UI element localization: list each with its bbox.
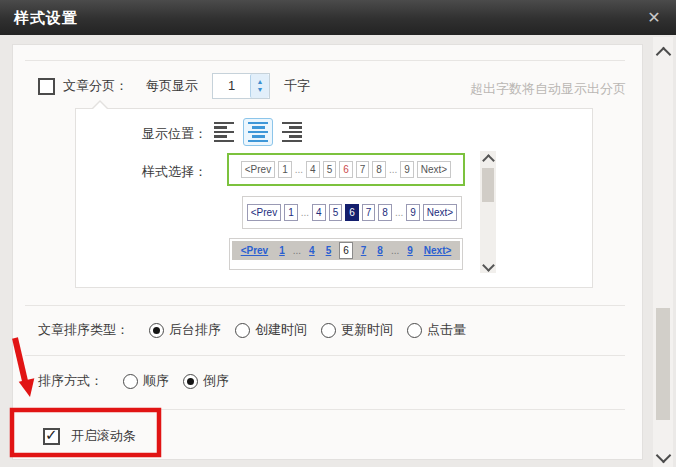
scroll-up-icon[interactable] xyxy=(482,154,495,167)
radio-option-update-time[interactable]: 更新时间 xyxy=(321,321,393,339)
ellipsis: ... xyxy=(391,245,399,256)
page-item: 1 xyxy=(276,243,288,258)
page-item: 4 xyxy=(306,161,320,178)
dialog-titlebar: 样式设置 ✕ xyxy=(0,0,676,35)
number-stepper[interactable]: ▲ ▼ xyxy=(250,74,269,98)
style-preview-selected[interactable]: <Prev1...45678...9Next> xyxy=(227,153,465,186)
style-select-label: 样式选择： xyxy=(142,163,207,181)
per-page-suffix: 千字 xyxy=(284,77,310,95)
radio-icon[interactable] xyxy=(407,323,422,338)
radio-option-backend-sort[interactable]: 后台排序 xyxy=(149,321,221,339)
style-panel: 显示位置： 样式选择： <Prev1...45678...9Next> <Pre… xyxy=(75,108,593,288)
scroll-thumb[interactable] xyxy=(656,308,670,420)
page-item: 1 xyxy=(284,204,298,221)
graybar: <Prev1...45678...9Next> xyxy=(232,241,460,260)
close-icon[interactable]: ✕ xyxy=(644,8,664,28)
ellipsis: ... xyxy=(395,207,403,218)
radio-icon[interactable] xyxy=(149,323,164,338)
page-item: 5 xyxy=(323,243,335,258)
page-item: <Prev xyxy=(238,243,272,258)
ellipsis: ... xyxy=(301,207,309,218)
radio-label: 创建时间 xyxy=(255,321,307,339)
radio-icon[interactable] xyxy=(321,323,336,338)
page-item: <Prev xyxy=(247,204,281,221)
current-page-item: 6 xyxy=(345,204,359,221)
radio-label: 顺序 xyxy=(143,372,169,390)
style-list-scrollbar[interactable] xyxy=(480,151,496,273)
page-item: 8 xyxy=(372,161,386,178)
sort-type-row: 文章排序类型： 后台排序 创建时间 更新时间 点击量 xyxy=(38,318,466,342)
current-page-item: 6 xyxy=(339,161,353,178)
scroll-thumb[interactable] xyxy=(482,168,494,202)
page-item: Next> xyxy=(423,204,457,221)
per-page-prefix: 每页显示 xyxy=(146,77,198,95)
divider xyxy=(25,60,625,61)
scroll-up-icon[interactable] xyxy=(656,47,672,63)
page-item: 5 xyxy=(323,161,337,178)
panel-notch xyxy=(91,100,109,109)
ellipsis: ... xyxy=(389,164,397,175)
page-item: 8 xyxy=(378,204,392,221)
page-item: 8 xyxy=(374,243,386,258)
spinner-up-icon[interactable]: ▲ xyxy=(257,78,264,86)
radio-label: 倒序 xyxy=(203,372,229,390)
enable-scrollbar-row: 开启滚动条 xyxy=(43,425,136,447)
page-item: 7 xyxy=(362,204,376,221)
sort-order-label: 排序方式： xyxy=(38,372,103,390)
page-item: 9 xyxy=(400,161,414,178)
divider xyxy=(25,355,625,356)
per-page-input[interactable]: 1 ▲ ▼ xyxy=(212,73,270,99)
display-position-label: 显示位置： xyxy=(142,125,207,143)
style-preview-navy[interactable]: <Prev1...45678...9Next> xyxy=(242,196,462,229)
body-scrollbar[interactable] xyxy=(653,37,673,467)
radio-label: 点击量 xyxy=(427,321,466,339)
radio-icon[interactable] xyxy=(183,374,198,389)
page-item: 9 xyxy=(404,243,416,258)
page-item: 1 xyxy=(278,161,292,178)
display-position-options xyxy=(214,118,302,146)
radio-option-clicks[interactable]: 点击量 xyxy=(407,321,466,339)
divider xyxy=(25,409,625,410)
radio-icon[interactable] xyxy=(235,323,250,338)
article-pagination-label: 文章分页： xyxy=(63,77,128,95)
page-item: 4 xyxy=(312,204,326,221)
sort-order-row: 排序方式： 顺序 倒序 xyxy=(38,369,229,393)
radio-option-ascending[interactable]: 顺序 xyxy=(123,372,169,390)
dialog-title: 样式设置 xyxy=(14,0,78,35)
page-item: 5 xyxy=(329,204,343,221)
align-left-icon[interactable] xyxy=(214,122,234,142)
page-item: 4 xyxy=(306,243,318,258)
page-item: <Prev xyxy=(241,161,275,178)
radio-icon[interactable] xyxy=(123,374,138,389)
radio-option-descending[interactable]: 倒序 xyxy=(183,372,229,390)
align-center-icon[interactable] xyxy=(248,122,268,142)
style-preview-graybar[interactable]: <Prev1...45678...9Next> xyxy=(229,238,463,270)
align-right-icon[interactable] xyxy=(282,122,302,142)
sort-type-label: 文章排序类型： xyxy=(38,321,129,339)
enable-scrollbar-checkbox[interactable] xyxy=(43,428,60,445)
radio-label: 更新时间 xyxy=(341,321,393,339)
page-item: Next> xyxy=(421,243,455,258)
article-pagination-row: 文章分页： 每页显示 1 ▲ ▼ 千字 xyxy=(38,73,310,99)
page-item: 7 xyxy=(358,243,370,258)
page-item: Next> xyxy=(417,161,451,178)
style-settings-dialog: 样式设置 ✕ 文章分页： 每页显示 1 ▲ ▼ 千字 超出字数将自动显示出分页 … xyxy=(0,0,676,467)
scroll-down-icon[interactable] xyxy=(482,259,495,272)
page-item: 7 xyxy=(356,161,370,178)
pagination-hint: 超出字数将自动显示出分页 xyxy=(430,80,626,98)
radio-label: 后台排序 xyxy=(169,321,221,339)
enable-scrollbar-label: 开启滚动条 xyxy=(71,427,136,445)
current-page-item: 6 xyxy=(339,242,353,259)
page-item: 9 xyxy=(406,204,420,221)
ellipsis: ... xyxy=(295,164,303,175)
article-pagination-checkbox[interactable] xyxy=(38,78,55,95)
scroll-down-icon[interactable] xyxy=(656,448,672,464)
align-center-button-selected[interactable] xyxy=(243,118,273,146)
per-page-value[interactable]: 1 xyxy=(213,74,250,98)
divider xyxy=(25,305,625,306)
radio-option-create-time[interactable]: 创建时间 xyxy=(235,321,307,339)
spinner-down-icon[interactable]: ▼ xyxy=(257,86,264,94)
ellipsis: ... xyxy=(293,245,301,256)
